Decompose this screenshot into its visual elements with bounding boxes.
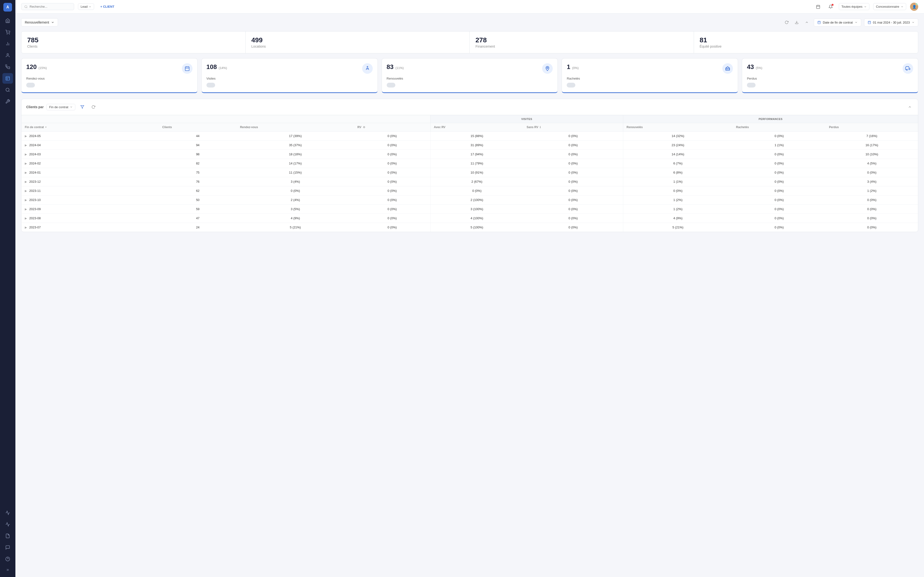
kpi-icon-bank — [722, 63, 733, 74]
cell-sans-rv: 0 (0%) — [523, 141, 623, 150]
expand-icon[interactable]: ▶ — [25, 134, 27, 138]
col-fin-contrat: Fin de contrat ▼ — [21, 123, 159, 132]
expand-icon[interactable]: ▶ — [25, 217, 27, 220]
download-icon-btn[interactable] — [793, 18, 801, 26]
sidebar-logo[interactable]: A — [3, 3, 12, 11]
kpi-card-rendez-vous: 120 (15%) Rendez-vous — [21, 58, 197, 93]
sidebar-item-chart[interactable] — [2, 39, 13, 49]
table-filter-dropdown[interactable]: Fin de contrat — [47, 104, 75, 110]
reset-icon-btn[interactable] — [89, 103, 97, 111]
cell-period: ▶ 2023-10 — [21, 195, 159, 205]
cell-rachetes: 0 (0%) — [733, 177, 826, 186]
kpi-card-perdus: 43 (5%) Perdus — [742, 58, 918, 93]
cell-perdus: 3 (4%) — [825, 177, 918, 186]
expand-icon[interactable]: ▶ — [25, 171, 27, 174]
expand-icon[interactable]: ▶ — [25, 198, 27, 202]
search-box[interactable] — [21, 3, 74, 10]
cell-clients: 75 — [159, 168, 236, 177]
filter-icon-btn[interactable] — [78, 103, 86, 111]
stat-card-équité-positive[interactable]: 81 Équité positive — [694, 32, 918, 53]
cell-rv2: 0 (0%) — [354, 150, 430, 159]
table-header: Clients par Fin de contrat — [21, 99, 918, 115]
kpi-toggle-perdus[interactable] — [747, 83, 756, 87]
expand-icon[interactable]: ▶ — [25, 208, 27, 211]
sidebar-item-phone[interactable] — [2, 61, 13, 72]
cell-clients: 94 — [159, 141, 236, 150]
date-filter-dropdown[interactable]: Date de fin de contrat — [814, 19, 861, 26]
sidebar-item-invoices[interactable] — [2, 530, 13, 541]
expand-icon[interactable]: ▶ — [25, 162, 27, 165]
refresh-icon-btn[interactable] — [782, 18, 791, 26]
expand-icon[interactable]: ▶ — [25, 143, 27, 147]
cell-rv: 0 (0%) — [236, 186, 354, 195]
expand-icon[interactable]: ▶ — [25, 226, 27, 229]
sidebar-item-home[interactable] — [2, 15, 13, 26]
kpi-toggle-renouvelés[interactable] — [387, 83, 395, 87]
stat-card-financement[interactable]: 278 Financement — [470, 32, 694, 53]
cell-clients: 24 — [159, 223, 236, 232]
collapse-table-btn[interactable] — [906, 104, 913, 110]
expand-icon[interactable]: ▶ — [25, 180, 27, 184]
expand-icon[interactable]: ▶ — [25, 189, 27, 193]
cell-clients: 82 — [159, 159, 236, 168]
kpi-card-rachetés: 1 (0%) Rachetés — [562, 58, 738, 93]
sidebar-item-wrench[interactable] — [2, 96, 13, 107]
cell-rv2: 0 (0%) — [354, 214, 430, 223]
cell-rv2: 0 (0%) — [354, 223, 430, 232]
sidebar-item-chat[interactable] — [2, 542, 13, 553]
expand-icon[interactable]: ▶ — [25, 153, 27, 156]
sidebar-item-campaigns[interactable] — [2, 508, 13, 518]
calendar-icon-btn[interactable] — [814, 2, 822, 11]
cell-rv: 18 (18%) — [236, 150, 354, 159]
stat-card-locations[interactable]: 499 Locations — [246, 32, 470, 53]
sidebar-item-cart[interactable] — [2, 27, 13, 37]
chevron-down-icon — [51, 21, 54, 24]
lead-dropdown[interactable]: Lead — [78, 3, 94, 10]
svg-rect-18 — [818, 21, 821, 24]
table-row: ▶ 2024-02 82 14 (17%) 0 (0%) 11 (79%) 0 … — [21, 159, 918, 168]
kpi-icon-money-bag — [542, 63, 553, 74]
team-selector[interactable]: Toutes équipes — [839, 3, 869, 10]
cell-renouveles: 1 (2%) — [623, 205, 732, 214]
svg-rect-22 — [868, 21, 871, 24]
avatar[interactable]: 👤 — [910, 3, 918, 11]
table-row: ▶ 2023-11 62 0 (0%) 0 (0%) 0 (0%) 0 (0%)… — [21, 186, 918, 195]
stat-card-clients[interactable]: 785 Clients — [21, 32, 246, 53]
cell-clients: 50 — [159, 195, 236, 205]
cell-avec-rv: 2 (100%) — [430, 195, 523, 205]
table-row: ▶ 2023-12 76 3 (4%) 0 (0%) 2 (67%) 0 (0%… — [21, 177, 918, 186]
sidebar-item-person[interactable] — [2, 50, 13, 61]
renewal-dropdown[interactable]: Renouvellement — [21, 18, 58, 26]
cell-rachetes: 0 (0%) — [733, 223, 826, 232]
notification-icon-btn[interactable] — [826, 2, 835, 11]
collapse-icon-btn[interactable] — [803, 18, 811, 26]
add-client-button[interactable]: + CLIENT — [98, 3, 117, 10]
sidebar-collapse[interactable]: » — [5, 565, 11, 574]
dealer-selector[interactable]: Concessionnaire — [873, 3, 906, 10]
sidebar-item-search2[interactable] — [2, 85, 13, 95]
cell-avec-rv: 31 (89%) — [430, 141, 523, 150]
avatar-online-dot — [916, 3, 918, 5]
kpi-toggle-rendez-vous[interactable] — [26, 83, 35, 87]
search-input[interactable] — [30, 5, 68, 8]
kpi-toggle-rachetés[interactable] — [567, 83, 575, 87]
date-range-picker[interactable]: 01 mai 2024 - 30 juil. 2023 — [864, 19, 918, 26]
cell-perdus: 0 (0%) — [825, 195, 918, 205]
cell-avec-rv: 4 (100%) — [430, 214, 523, 223]
cell-sans-rv: 0 (0%) — [523, 132, 623, 141]
cell-clients: 59 — [159, 205, 236, 214]
cell-rv2: 0 (0%) — [354, 159, 430, 168]
cell-clients: 47 — [159, 214, 236, 223]
cell-perdus: 0 (0%) — [825, 168, 918, 177]
svg-point-37 — [909, 68, 910, 70]
cell-period: ▶ 2024-02 — [21, 159, 159, 168]
sidebar-item-question[interactable] — [2, 554, 13, 564]
cell-period: ▶ 2023-07 — [21, 223, 159, 232]
sidebar-item-analytics[interactable] — [2, 73, 13, 84]
kpi-toggle-visites[interactable] — [207, 83, 215, 87]
cell-rachetes: 0 (0%) — [733, 186, 826, 195]
sidebar-item-activity[interactable] — [2, 519, 13, 530]
svg-point-36 — [906, 69, 908, 71]
cell-avec-rv: 17 (94%) — [430, 150, 523, 159]
cell-rv: 3 (5%) — [236, 205, 354, 214]
